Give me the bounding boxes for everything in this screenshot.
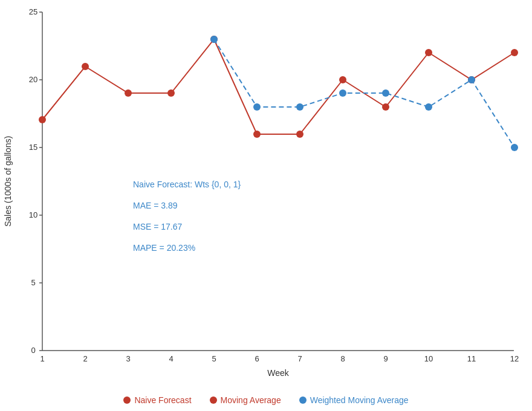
annotation-mape: MAPE = 20.23% — [133, 243, 195, 253]
x-tick-8: 8 — [340, 354, 345, 363]
wma-dot-7 — [296, 103, 303, 111]
chart-legend: Naive Forecast Moving Average Weighted M… — [0, 395, 532, 405]
wma-dot-11 — [468, 76, 475, 83]
wma-dot-5 — [210, 36, 218, 43]
x-tick-10: 10 — [424, 354, 433, 363]
chart-svg: 0 5 10 15 20 25 1 2 3 4 5 6 7 8 9 10 11 … — [0, 0, 532, 387]
naive-dot-6 — [253, 131, 261, 138]
legend-wma-label: Weighted Moving Average — [310, 395, 409, 405]
naive-dot-9 — [382, 103, 389, 111]
y-tick-20: 20 — [29, 75, 37, 84]
wma-dot-12 — [511, 144, 518, 151]
legend-naive-forecast-icon — [123, 396, 131, 404]
legend-moving-average-icon — [210, 396, 217, 404]
annotation-mae: MAE = 3.89 — [133, 201, 178, 210]
wma-dot-10 — [425, 103, 432, 111]
x-tick-2: 2 — [83, 354, 87, 363]
naive-dot-7 — [296, 131, 303, 138]
wma-dot-9 — [382, 89, 389, 97]
naive-dot-8 — [339, 76, 346, 83]
x-axis-label: Week — [267, 368, 290, 378]
y-axis-label: Sales (1000s of gallons) — [3, 136, 13, 227]
wma-line — [214, 39, 514, 147]
legend-naive-forecast: Naive Forecast — [123, 395, 191, 405]
naive-dot-12 — [511, 49, 518, 56]
naive-forecast-line — [42, 39, 514, 134]
annotation-line1: Naive Forecast: Wts {0, 0, 1} — [133, 180, 241, 189]
legend-moving-average: Moving Average — [210, 395, 281, 405]
naive-dot-2 — [82, 63, 89, 70]
x-tick-11: 11 — [467, 354, 476, 363]
legend-moving-average-label: Moving Average — [221, 395, 281, 405]
y-tick-10: 10 — [29, 210, 37, 219]
annotation-mse: MSE = 17.67 — [133, 222, 183, 231]
naive-dot-3 — [125, 89, 132, 97]
y-tick-25: 25 — [29, 7, 37, 16]
y-tick-5: 5 — [31, 278, 35, 287]
naive-dot-10 — [425, 49, 432, 56]
chart-container: 0 5 10 15 20 25 1 2 3 4 5 6 7 8 9 10 11 … — [0, 0, 532, 411]
legend-naive-forecast-label: Naive Forecast — [134, 395, 191, 405]
x-tick-12: 12 — [510, 354, 519, 363]
legend-wma: Weighted Moving Average — [299, 395, 409, 405]
x-tick-1: 1 — [40, 354, 44, 363]
x-tick-7: 7 — [297, 354, 302, 363]
x-tick-3: 3 — [126, 354, 130, 363]
wma-dot-8 — [339, 89, 346, 97]
naive-dot-4 — [167, 89, 175, 97]
wma-dot-6 — [253, 103, 261, 111]
y-tick-15: 15 — [29, 143, 37, 152]
x-tick-4: 4 — [169, 354, 173, 363]
naive-dot-1 — [39, 116, 46, 123]
y-tick-0: 0 — [31, 346, 35, 355]
x-tick-5: 5 — [212, 354, 216, 363]
legend-wma-icon — [299, 396, 307, 404]
x-tick-9: 9 — [383, 354, 388, 363]
x-tick-6: 6 — [255, 354, 259, 363]
